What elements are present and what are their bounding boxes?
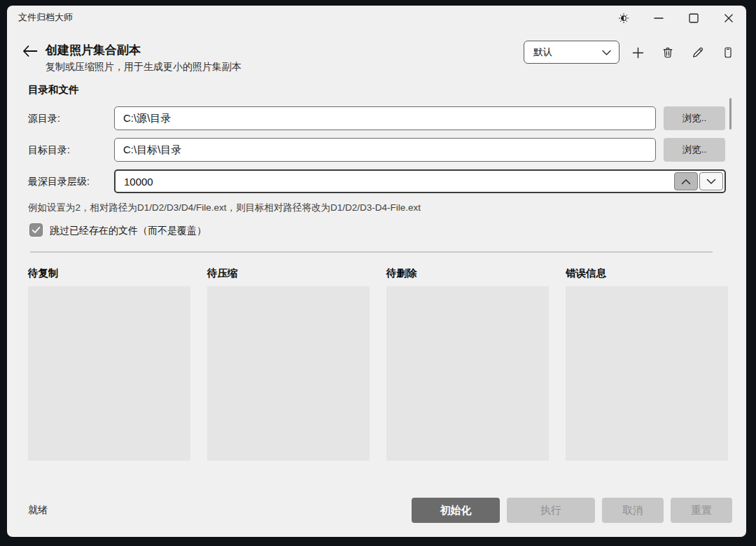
skip-existing-checkbox[interactable] [29, 223, 43, 237]
close-button[interactable] [711, 6, 746, 31]
close-icon [723, 13, 734, 24]
pencil-icon [692, 46, 704, 59]
cancel-button[interactable]: 取消 [602, 498, 664, 523]
page-subtitle: 复制或压缩照片，用于生成更小的照片集副本 [46, 61, 241, 74]
maximize-button[interactable] [676, 6, 711, 31]
settings-scroll-area: 目录和文件 源目录: 浏览.. 目标目录: 浏览.. 最深目录层级: [7, 78, 746, 237]
delete-queue-list[interactable] [386, 286, 549, 461]
status-text: 就绪 [28, 504, 405, 517]
vertical-scrollbar-thumb[interactable] [729, 98, 732, 130]
check-icon [31, 226, 41, 234]
error-info-title: 错误信息 [566, 267, 728, 279]
skip-existing-label: 跳过已经存在的文件（而不是覆盖） [50, 223, 206, 237]
maximize-icon [688, 13, 699, 24]
copy-preset-button[interactable] [718, 43, 738, 62]
section-divider [30, 251, 713, 253]
depth-hint-text: 例如设置为2，相对路径为D1/D2/D3/D4/File.ext，则目标相对路径… [28, 202, 421, 214]
reset-button[interactable]: 重置 [671, 498, 732, 523]
max-depth-input[interactable] [115, 171, 662, 192]
plus-icon [632, 47, 644, 59]
app-title: 文件归档大师 [18, 6, 73, 31]
queues-section: 待复制 待压缩 待删除 错误信息 [28, 267, 728, 461]
max-depth-spinner [114, 169, 726, 193]
spin-down-button[interactable] [699, 172, 723, 190]
compress-queue-title: 待压缩 [207, 267, 370, 279]
error-info-list[interactable] [566, 286, 728, 461]
delete-queue-title: 待删除 [386, 267, 549, 279]
minimize-button[interactable] [641, 6, 676, 31]
max-depth-label: 最深目录层级: [28, 169, 112, 193]
preset-dropdown-value: 默认 [533, 46, 601, 59]
chevron-down-icon [601, 49, 612, 56]
app-window: 文件归档大师 [7, 6, 746, 537]
compress-queue-panel: 待压缩 [207, 267, 370, 461]
skip-existing-row: 跳过已经存在的文件（而不是覆盖） [29, 223, 206, 237]
delete-preset-button[interactable] [657, 43, 678, 62]
copy-queue-panel: 待复制 [28, 267, 190, 461]
chevron-down-icon [706, 178, 716, 185]
preset-dropdown[interactable]: 默认 [524, 41, 620, 64]
section-title-directories: 目录和文件 [28, 83, 79, 97]
source-dir-browse-button[interactable]: 浏览.. [664, 106, 725, 130]
spin-up-button[interactable] [674, 172, 698, 190]
target-dir-input[interactable] [114, 138, 656, 162]
copy-icon [722, 46, 734, 59]
initialize-button[interactable]: 初始化 [412, 498, 500, 523]
source-dir-label: 源目录: [28, 106, 112, 130]
chevron-up-icon [681, 178, 691, 185]
source-dir-input[interactable] [114, 106, 656, 130]
edit-preset-button[interactable] [687, 43, 708, 62]
copy-queue-title: 待复制 [28, 267, 190, 279]
add-preset-button[interactable] [627, 43, 648, 62]
target-dir-browse-button[interactable]: 浏览.. [664, 138, 725, 162]
theme-brightness-icon [618, 13, 629, 24]
minimize-icon [653, 13, 664, 24]
delete-queue-panel: 待删除 [386, 267, 549, 461]
titlebar: 文件归档大师 [7, 6, 746, 31]
compress-queue-list[interactable] [207, 286, 370, 461]
copy-queue-list[interactable] [28, 286, 190, 461]
page-title: 创建照片集合副本 [46, 42, 141, 58]
footer-bar: 就绪 初始化 执行 取消 重置 [7, 492, 746, 528]
trash-icon [662, 46, 674, 59]
theme-toggle-button[interactable] [606, 6, 641, 31]
back-button[interactable] [20, 42, 41, 60]
error-info-panel: 错误信息 [566, 267, 728, 461]
left-arrow-icon [22, 44, 38, 58]
execute-button[interactable]: 执行 [507, 498, 595, 523]
window-controls [606, 6, 746, 31]
target-dir-label: 目标目录: [28, 138, 112, 162]
